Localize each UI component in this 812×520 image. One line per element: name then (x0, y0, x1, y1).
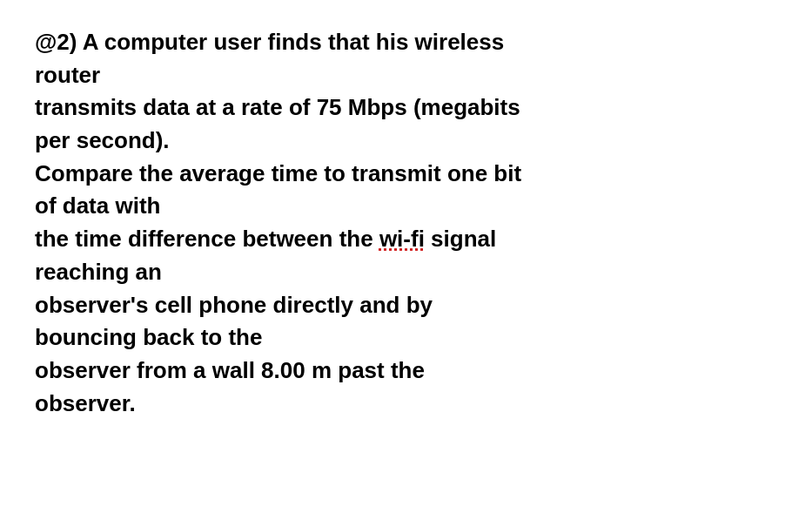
line-5: Compare the average time to transmit one… (35, 160, 521, 186)
line-7-wifi: wi-fi (379, 226, 425, 252)
question-text: @2) A computer user finds that his wirel… (35, 26, 521, 420)
line-9: observer's cell phone directly and by (35, 292, 433, 318)
line-2: router (35, 62, 100, 88)
line-7-part1: the time difference between the (35, 226, 379, 252)
question-container: @2) A computer user finds that his wirel… (0, 0, 556, 446)
line-4: per second). (35, 127, 170, 153)
line-8: reaching an (35, 259, 162, 285)
line-6: of data with (35, 192, 160, 219)
line-3: transmits data at a rate of 75 Mbps (meg… (35, 94, 520, 120)
line-1: @2) A computer user finds that his wirel… (35, 29, 504, 55)
line-12: observer. (35, 390, 136, 416)
line-10: bouncing back to the (35, 324, 262, 350)
line-7-part2: signal (425, 226, 496, 252)
line-11: observer from a wall 8.00 m past the (35, 357, 425, 383)
